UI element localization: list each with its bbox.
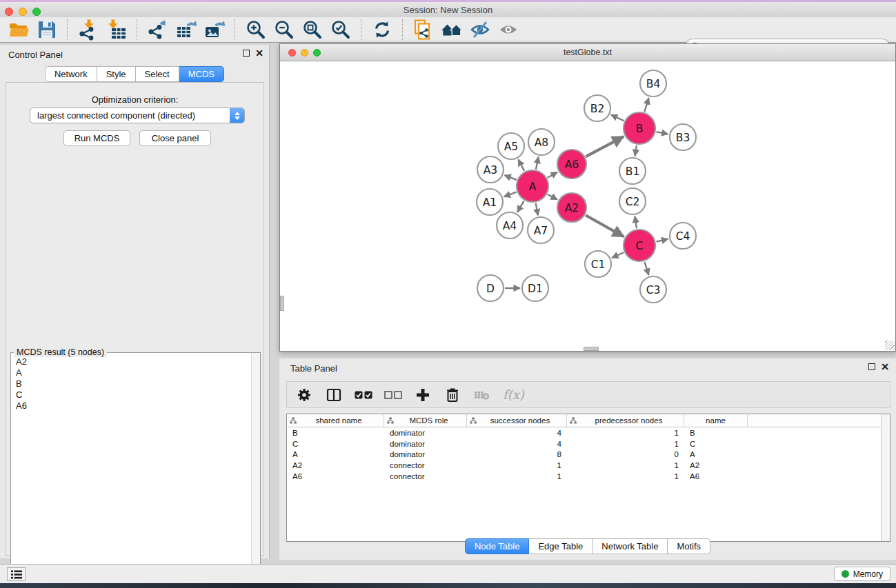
graph-edge-B-B4[interactable]: [644, 98, 648, 112]
network-window-titlebar[interactable]: testGlobe.txt: [280, 44, 895, 61]
canvas-bottom-handle[interactable]: [584, 347, 599, 351]
graph-node-A1[interactable]: A1: [477, 189, 503, 215]
tab-node-table[interactable]: Node Table: [465, 538, 530, 554]
table-cell[interactable]: dominator: [384, 429, 467, 437]
zoom-fit-icon[interactable]: [298, 18, 326, 41]
graph-node-B[interactable]: B: [624, 112, 655, 144]
table-cell[interactable]: A6: [684, 472, 748, 480]
delete-table-icon[interactable]: [473, 386, 491, 404]
delete-columns-icon[interactable]: [444, 386, 461, 404]
graph-edge-B-B3[interactable]: [656, 132, 668, 134]
graph-edge-A6-B[interactable]: [586, 136, 624, 156]
refresh-icon[interactable]: [368, 18, 396, 41]
table-cell[interactable]: dominator: [384, 440, 467, 448]
table-options-icon[interactable]: [295, 386, 313, 404]
tab-network-table[interactable]: Network Table: [593, 538, 668, 554]
graph-node-A6[interactable]: A6: [557, 150, 586, 179]
show-all-icon[interactable]: [494, 18, 522, 41]
table-cell[interactable]: 1: [567, 440, 684, 448]
deselect-all-icon[interactable]: [384, 386, 402, 404]
graph-node-B2[interactable]: B2: [584, 95, 610, 121]
open-session-icon[interactable]: [4, 18, 32, 41]
table-row[interactable]: A2connector11A2: [287, 460, 890, 471]
graph-edge-C-C1[interactable]: [612, 252, 624, 258]
table-cell[interactable]: C: [287, 440, 384, 448]
graph-edge-B-B1[interactable]: [635, 145, 637, 156]
graph-node-D1[interactable]: D1: [522, 275, 548, 301]
table-cell[interactable]: connector: [384, 472, 467, 480]
mcds-result-item[interactable]: A: [16, 367, 246, 378]
table-cell[interactable]: dominator: [384, 450, 467, 458]
graph-edge-C-C3[interactable]: [644, 262, 648, 275]
graph-edge-A2-C[interactable]: [586, 215, 624, 236]
graph-node-A[interactable]: A: [517, 170, 548, 202]
close-table-panel-icon[interactable]: ✕: [881, 363, 889, 370]
select-all-icon[interactable]: [355, 386, 372, 404]
float-panel-icon[interactable]: [243, 50, 250, 57]
table-cell[interactable]: 1: [567, 472, 684, 480]
table-cell[interactable]: 4: [467, 429, 567, 437]
tab-select[interactable]: Select: [136, 66, 179, 82]
graph-edge-B-B2[interactable]: [611, 114, 624, 121]
table-cell[interactable]: B: [684, 429, 748, 437]
column-header-MCDS-role[interactable]: MCDS role: [384, 414, 467, 427]
graph-edge-A-A6[interactable]: [548, 172, 557, 178]
graph-edge-A-A5[interactable]: [518, 159, 524, 171]
table-cell[interactable]: A2: [684, 461, 748, 469]
table-scrollbar[interactable]: [881, 414, 890, 541]
graph-edge-A-A7[interactable]: [536, 203, 538, 216]
float-table-panel-icon[interactable]: [868, 363, 875, 370]
canvas-left-handle[interactable]: [280, 296, 284, 311]
tab-motifs[interactable]: Motifs: [668, 538, 710, 554]
mcds-result-item[interactable]: A6: [16, 401, 246, 412]
close-panel-icon[interactable]: ✕: [255, 50, 263, 57]
graph-node-A4[interactable]: A4: [497, 212, 523, 239]
save-session-icon[interactable]: [32, 18, 61, 41]
home-view-icon[interactable]: [437, 18, 466, 41]
graph-node-C3[interactable]: C3: [640, 276, 666, 303]
import-table-icon[interactable]: [102, 18, 130, 41]
table-cell[interactable]: 1: [567, 461, 684, 469]
table-row[interactable]: Adominator80A: [287, 449, 890, 460]
graph-node-B3[interactable]: B3: [670, 124, 696, 150]
export-network-icon[interactable]: [143, 18, 172, 41]
table-cell[interactable]: A: [684, 450, 748, 458]
graph-node-A2[interactable]: A2: [557, 193, 586, 222]
graph-node-B4[interactable]: B4: [640, 70, 666, 97]
tab-edge-table[interactable]: Edge Table: [529, 538, 593, 554]
graph-node-A5[interactable]: A5: [498, 133, 524, 159]
graph-node-C[interactable]: C: [624, 230, 655, 261]
zoom-selected-icon[interactable]: [326, 18, 355, 41]
function-builder-icon[interactable]: f(x): [503, 387, 524, 402]
zoom-in-icon[interactable]: [241, 18, 270, 41]
table-cell[interactable]: 1: [567, 429, 684, 437]
graph-node-A8[interactable]: A8: [528, 129, 555, 155]
graph-node-C4[interactable]: C4: [670, 223, 696, 249]
table-cell[interactable]: A2: [287, 461, 384, 469]
export-image-icon[interactable]: [200, 18, 228, 41]
network-canvas[interactable]: B4B2BB3A8A5A6B1A3AC2A1A2A4A7CC4C1C3DD1: [280, 61, 895, 351]
table-row[interactable]: Cdominator41C: [287, 438, 890, 449]
main-titlebar[interactable]: Session: New Session: [0, 2, 896, 17]
table-row[interactable]: Bdominator41B: [287, 427, 890, 438]
window-resize-grip[interactable]: [885, 341, 895, 350]
table-cell[interactable]: B: [287, 429, 384, 437]
graph-edge-C-C2[interactable]: [635, 216, 637, 229]
column-header-shared-name[interactable]: shared name: [287, 414, 384, 427]
task-history-button[interactable]: [7, 567, 26, 581]
criterion-select[interactable]: largest connected component (directed): [30, 108, 245, 123]
tab-mcds[interactable]: MCDS: [179, 66, 224, 82]
graph-edge-A-A3[interactable]: [504, 175, 516, 180]
table-cell[interactable]: C: [684, 440, 748, 448]
graph-node-C2[interactable]: C2: [619, 188, 646, 214]
hide-selected-icon[interactable]: [466, 18, 494, 41]
column-header-name[interactable]: name: [684, 414, 748, 427]
import-network-icon[interactable]: [74, 18, 102, 41]
graph-node-A3[interactable]: A3: [477, 156, 504, 183]
table-cell[interactable]: 4: [467, 440, 567, 448]
memory-button[interactable]: Memory: [834, 567, 890, 581]
mcds-result-item[interactable]: A2: [16, 356, 246, 367]
show-columns-icon[interactable]: [325, 386, 343, 404]
table-cell[interactable]: 0: [567, 450, 684, 458]
column-header-predecessor-nodes[interactable]: predecessor nodes: [567, 414, 684, 427]
